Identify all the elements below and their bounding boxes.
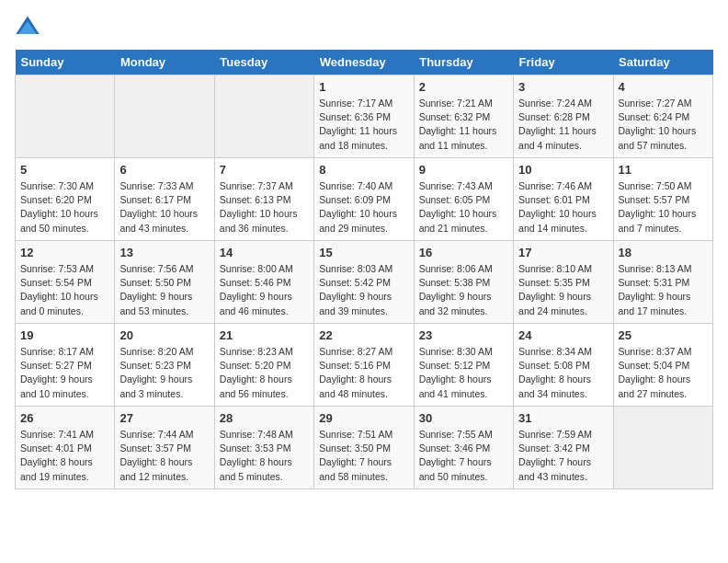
day-number: 19 [20, 328, 109, 342]
day-number: 22 [319, 328, 408, 342]
calendar-cell [115, 75, 214, 158]
day-info: Sunrise: 8:13 AM Sunset: 5:31 PM Dayligh… [619, 262, 708, 318]
day-number: 31 [518, 411, 608, 425]
calendar-cell [613, 407, 712, 489]
day-info: Sunrise: 8:30 AM Sunset: 5:12 PM Dayligh… [419, 345, 508, 401]
day-info: Sunrise: 8:23 AM Sunset: 5:20 PM Dayligh… [220, 345, 309, 401]
calendar-cell: 9Sunrise: 7:43 AM Sunset: 6:05 PM Daylig… [414, 158, 513, 241]
day-number: 16 [419, 246, 508, 259]
calendar-cell: 20Sunrise: 8:20 AM Sunset: 5:23 PM Dayli… [115, 324, 214, 407]
day-number: 12 [20, 246, 109, 259]
day-info: Sunrise: 7:50 AM Sunset: 5:57 PM Dayligh… [619, 179, 708, 236]
day-number: 13 [119, 246, 209, 259]
calendar-week-3: 12Sunrise: 7:53 AM Sunset: 5:54 PM Dayli… [16, 241, 713, 324]
day-info: Sunrise: 7:37 AM Sunset: 6:13 PM Dayligh… [220, 179, 309, 236]
calendar-cell: 27Sunrise: 7:44 AM Sunset: 3:57 PM Dayli… [115, 407, 214, 489]
logo [15, 15, 44, 40]
day-number: 21 [220, 328, 309, 342]
day-number: 25 [619, 328, 708, 342]
day-info: Sunrise: 7:17 AM Sunset: 6:36 PM Dayligh… [319, 97, 408, 153]
calendar-table: SundayMondayTuesdayWednesdayThursdayFrid… [15, 50, 713, 489]
day-info: Sunrise: 7:33 AM Sunset: 6:17 PM Dayligh… [119, 179, 209, 236]
day-info: Sunrise: 7:55 AM Sunset: 3:46 PM Dayligh… [419, 428, 508, 484]
day-info: Sunrise: 7:27 AM Sunset: 6:24 PM Dayligh… [619, 97, 708, 153]
weekday-header-wednesday: Wednesday [314, 50, 414, 75]
weekday-header-tuesday: Tuesday [214, 50, 313, 75]
day-info: Sunrise: 8:27 AM Sunset: 5:16 PM Dayligh… [319, 345, 408, 401]
day-info: Sunrise: 7:41 AM Sunset: 4:01 PM Dayligh… [20, 428, 109, 484]
day-number: 4 [619, 80, 708, 94]
day-number: 18 [619, 246, 708, 259]
calendar-cell: 7Sunrise: 7:37 AM Sunset: 6:13 PM Daylig… [214, 158, 313, 241]
calendar-week-5: 26Sunrise: 7:41 AM Sunset: 4:01 PM Dayli… [16, 407, 713, 489]
calendar-week-2: 5Sunrise: 7:30 AM Sunset: 6:20 PM Daylig… [16, 158, 713, 241]
day-info: Sunrise: 7:30 AM Sunset: 6:20 PM Dayligh… [20, 179, 109, 236]
calendar-cell: 11Sunrise: 7:50 AM Sunset: 5:57 PM Dayli… [613, 158, 712, 241]
day-number: 3 [518, 80, 608, 94]
day-info: Sunrise: 8:17 AM Sunset: 5:27 PM Dayligh… [20, 345, 109, 401]
calendar-cell: 31Sunrise: 7:59 AM Sunset: 3:42 PM Dayli… [514, 407, 613, 489]
day-number: 8 [319, 163, 408, 177]
day-number: 27 [119, 411, 209, 425]
day-number: 1 [319, 80, 408, 94]
calendar-cell: 29Sunrise: 7:51 AM Sunset: 3:50 PM Dayli… [314, 407, 414, 489]
calendar-cell: 30Sunrise: 7:55 AM Sunset: 3:46 PM Dayli… [414, 407, 513, 489]
day-info: Sunrise: 7:21 AM Sunset: 6:32 PM Dayligh… [419, 97, 508, 153]
day-info: Sunrise: 7:53 AM Sunset: 5:54 PM Dayligh… [20, 262, 109, 318]
calendar-week-1: 1Sunrise: 7:17 AM Sunset: 6:36 PM Daylig… [16, 75, 713, 158]
weekday-header-friday: Friday [514, 50, 613, 75]
calendar-cell: 22Sunrise: 8:27 AM Sunset: 5:16 PM Dayli… [314, 324, 414, 407]
weekday-header-saturday: Saturday [613, 50, 712, 75]
day-info: Sunrise: 7:40 AM Sunset: 6:09 PM Dayligh… [319, 179, 408, 236]
day-number: 15 [319, 246, 408, 259]
logo-icon [15, 15, 40, 40]
calendar-cell: 2Sunrise: 7:21 AM Sunset: 6:32 PM Daylig… [414, 75, 513, 158]
weekday-header-sunday: Sunday [16, 50, 115, 75]
calendar-cell: 25Sunrise: 8:37 AM Sunset: 5:04 PM Dayli… [613, 324, 712, 407]
day-info: Sunrise: 7:46 AM Sunset: 6:01 PM Dayligh… [518, 179, 608, 236]
calendar-cell: 12Sunrise: 7:53 AM Sunset: 5:54 PM Dayli… [16, 241, 115, 324]
day-info: Sunrise: 8:37 AM Sunset: 5:04 PM Dayligh… [619, 345, 708, 401]
calendar-cell: 19Sunrise: 8:17 AM Sunset: 5:27 PM Dayli… [16, 324, 115, 407]
calendar-cell: 28Sunrise: 7:48 AM Sunset: 3:53 PM Dayli… [214, 407, 313, 489]
day-info: Sunrise: 7:24 AM Sunset: 6:28 PM Dayligh… [518, 97, 608, 153]
calendar-cell: 24Sunrise: 8:34 AM Sunset: 5:08 PM Dayli… [514, 324, 613, 407]
day-number: 26 [20, 411, 109, 425]
day-info: Sunrise: 7:51 AM Sunset: 3:50 PM Dayligh… [319, 428, 408, 484]
weekday-header-thursday: Thursday [414, 50, 513, 75]
day-number: 2 [419, 80, 508, 94]
calendar-cell: 16Sunrise: 8:06 AM Sunset: 5:38 PM Dayli… [414, 241, 513, 324]
day-number: 5 [20, 163, 109, 177]
weekday-header-monday: Monday [115, 50, 214, 75]
day-number: 20 [119, 328, 209, 342]
day-info: Sunrise: 8:10 AM Sunset: 5:35 PM Dayligh… [518, 262, 608, 318]
day-number: 14 [220, 246, 309, 259]
calendar-cell: 13Sunrise: 7:56 AM Sunset: 5:50 PM Dayli… [115, 241, 214, 324]
calendar-cell: 15Sunrise: 8:03 AM Sunset: 5:42 PM Dayli… [314, 241, 414, 324]
day-info: Sunrise: 7:43 AM Sunset: 6:05 PM Dayligh… [419, 179, 508, 236]
calendar-cell: 17Sunrise: 8:10 AM Sunset: 5:35 PM Dayli… [514, 241, 613, 324]
day-info: Sunrise: 8:34 AM Sunset: 5:08 PM Dayligh… [518, 345, 608, 401]
calendar-cell: 8Sunrise: 7:40 AM Sunset: 6:09 PM Daylig… [314, 158, 414, 241]
calendar-cell: 5Sunrise: 7:30 AM Sunset: 6:20 PM Daylig… [16, 158, 115, 241]
day-number: 28 [220, 411, 309, 425]
day-number: 23 [419, 328, 508, 342]
calendar-cell [214, 75, 313, 158]
day-number: 30 [419, 411, 508, 425]
day-info: Sunrise: 7:59 AM Sunset: 3:42 PM Dayligh… [518, 428, 608, 484]
calendar-cell: 3Sunrise: 7:24 AM Sunset: 6:28 PM Daylig… [514, 75, 613, 158]
calendar-week-4: 19Sunrise: 8:17 AM Sunset: 5:27 PM Dayli… [16, 324, 713, 407]
calendar-cell: 14Sunrise: 8:00 AM Sunset: 5:46 PM Dayli… [214, 241, 313, 324]
day-number: 29 [319, 411, 408, 425]
day-info: Sunrise: 7:48 AM Sunset: 3:53 PM Dayligh… [220, 428, 309, 484]
day-number: 6 [119, 163, 209, 177]
calendar-cell: 26Sunrise: 7:41 AM Sunset: 4:01 PM Dayli… [16, 407, 115, 489]
day-info: Sunrise: 8:00 AM Sunset: 5:46 PM Dayligh… [220, 262, 309, 318]
calendar-cell [16, 75, 115, 158]
calendar-cell: 23Sunrise: 8:30 AM Sunset: 5:12 PM Dayli… [414, 324, 513, 407]
calendar-cell: 1Sunrise: 7:17 AM Sunset: 6:36 PM Daylig… [314, 75, 414, 158]
day-info: Sunrise: 8:03 AM Sunset: 5:42 PM Dayligh… [319, 262, 408, 318]
day-number: 9 [419, 163, 508, 177]
day-number: 24 [518, 328, 608, 342]
day-number: 7 [220, 163, 309, 177]
